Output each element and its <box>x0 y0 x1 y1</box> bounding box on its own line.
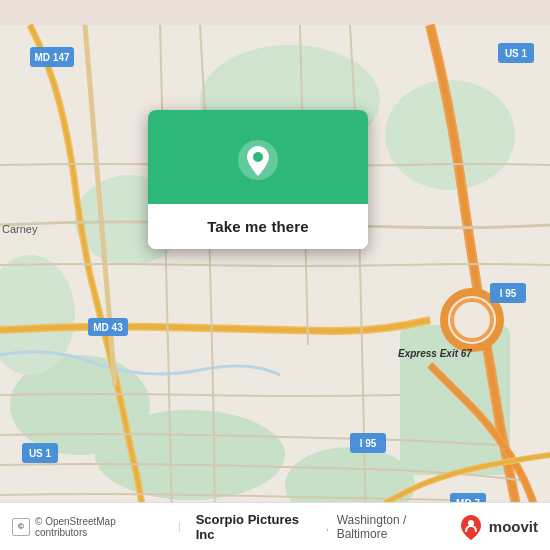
svg-text:US 1: US 1 <box>505 48 528 59</box>
take-me-there-button[interactable]: Take me there <box>148 204 368 249</box>
bottom-bar: © © OpenStreetMap contributors | Scorpio… <box>0 502 550 550</box>
svg-text:I 95: I 95 <box>360 438 377 449</box>
moovit-text: moovit <box>489 518 538 535</box>
moovit-brand-icon <box>457 513 485 541</box>
map-roads: MD 147 US 1 US 1 MD 43 I 95 I 95 MD 7 Ex… <box>0 0 550 550</box>
place-separator: , <box>326 521 329 532</box>
osm-logo: © <box>12 518 30 536</box>
svg-text:Carney: Carney <box>2 223 38 235</box>
attribution-section: © © OpenStreetMap contributors | Scorpio… <box>12 512 457 542</box>
popup-header <box>148 110 368 204</box>
svg-text:Express Exit 67: Express Exit 67 <box>398 348 472 359</box>
map-container[interactable]: MD 147 US 1 US 1 MD 43 I 95 I 95 MD 7 Ex… <box>0 0 550 550</box>
attribution-text: © OpenStreetMap contributors <box>35 516 167 538</box>
location-popup: Take me there <box>148 110 368 249</box>
separator: | <box>178 521 181 532</box>
place-name: Scorpio Pictures Inc <box>196 512 318 542</box>
location-pin-icon <box>236 138 280 182</box>
moovit-logo: moovit <box>457 513 538 541</box>
svg-point-37 <box>253 152 263 162</box>
svg-text:MD 147: MD 147 <box>34 52 69 63</box>
svg-text:US 1: US 1 <box>29 448 52 459</box>
place-region: Washington / Baltimore <box>337 513 457 541</box>
svg-text:I 95: I 95 <box>500 288 517 299</box>
svg-text:MD 43: MD 43 <box>93 322 123 333</box>
